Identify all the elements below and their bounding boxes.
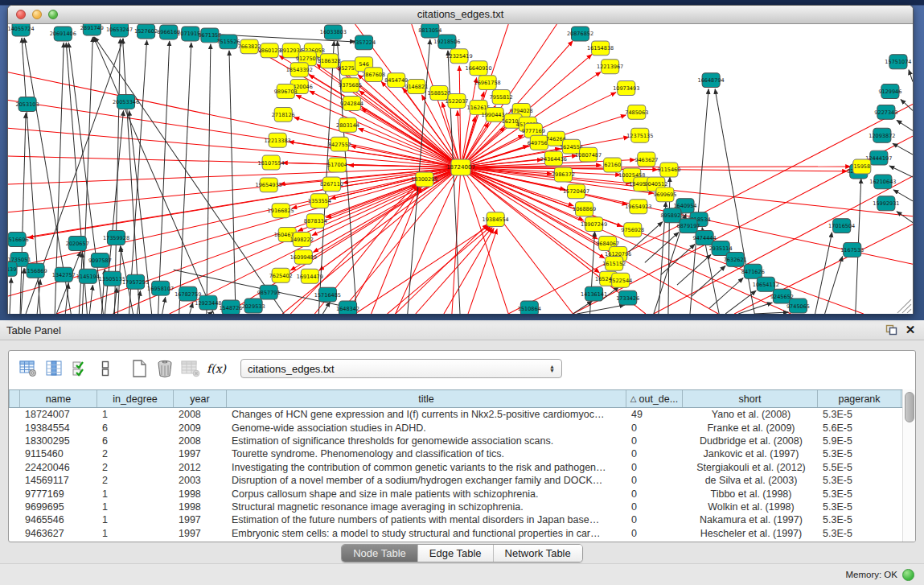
network-node-teal[interactable]: 9097587 — [88, 253, 112, 267]
network-node-teal[interactable]: 1733426 — [616, 290, 639, 305]
red-edge[interactable] — [28, 167, 461, 238]
column-header-name[interactable]: name — [20, 390, 97, 407]
network-node-teal[interactable]: 1156869 — [24, 263, 47, 278]
zoom-traffic-light-icon[interactable] — [48, 10, 58, 19]
table-row[interactable]: 1830029562008Estimation of significance … — [9, 435, 903, 447]
table-column-icon[interactable] — [44, 359, 64, 378]
network-node-teal[interactable]: 20691406 — [50, 27, 76, 41]
network-node-yellow[interactable]: 15720407 — [563, 184, 589, 199]
network-node-teal[interactable]: 7357224 — [352, 35, 376, 50]
network-node-teal[interactable]: 17359928 — [103, 231, 129, 245]
network-node-teal[interactable]: 9857791 — [257, 285, 281, 299]
network-node-yellow[interactable]: 12375135 — [626, 128, 653, 142]
network-node-yellow[interactable]: 8878334 — [304, 214, 327, 229]
red-edge[interactable] — [359, 129, 461, 167]
network-node-teal[interactable]: 7515526 — [216, 35, 240, 49]
network-node-teal[interactable]: 8813054 — [418, 24, 441, 38]
red-edge[interactable] — [396, 225, 487, 314]
network-node-teal[interactable]: 2020657 — [66, 237, 89, 251]
network-node-teal[interactable]: 1527602 — [134, 24, 158, 39]
network-node-yellow[interactable]: 19654935 — [256, 178, 282, 192]
network-node-yellow[interactable]: 9146821 — [405, 80, 428, 94]
network-node-yellow[interactable]: 12213967 — [597, 60, 623, 74]
network-node-yellow[interactable]: 517004 — [327, 158, 347, 172]
black-edge[interactable] — [909, 70, 913, 82]
network-node-teal[interactable]: 12093872 — [869, 128, 895, 142]
network-node-teal[interactable]: 2053103 — [16, 97, 39, 111]
network-node-yellow[interactable]: 15958 — [853, 159, 871, 174]
black-edge[interactable] — [677, 254, 711, 285]
network-node-yellow[interactable]: 2718126 — [272, 107, 295, 122]
tab-edge-table[interactable]: Edge Table — [418, 545, 494, 562]
network-node-yellow[interactable]: 1615152 — [602, 256, 626, 270]
network-node-yellow[interactable]: 9896703 — [274, 84, 298, 99]
table-settings-icon[interactable] — [18, 359, 38, 378]
merge-tables-icon[interactable] — [96, 359, 115, 378]
red-edge[interactable] — [444, 229, 494, 314]
black-edge[interactable] — [893, 190, 913, 201]
network-node-yellow[interactable]: 7955812 — [490, 90, 513, 105]
network-node-yellow[interactable]: 16099489 — [290, 249, 317, 264]
network-node-yellow[interactable]: 9463627 — [634, 152, 658, 167]
network-node-teal[interactable]: 1167533 — [840, 242, 864, 257]
column-header-title[interactable]: title — [227, 390, 626, 407]
network-node-teal[interactable]: 15716485 — [314, 287, 341, 302]
network-node-yellow[interactable]: 8267110 — [320, 177, 343, 192]
network-node-yellow[interactable]: 16640910 — [465, 61, 491, 76]
delete-column-trash-icon[interactable] — [155, 359, 175, 378]
network-node-yellow[interactable]: 7485063 — [625, 105, 648, 119]
network-node-teal[interactable]: 2891749 — [80, 24, 104, 35]
network-node-yellow[interactable]: 16961758 — [474, 76, 501, 90]
column-header-year[interactable]: year — [174, 390, 227, 407]
network-node-yellow[interactable]: 62160 — [604, 158, 622, 172]
network-node-teal[interactable]: 16782759 — [175, 286, 201, 301]
network-node-teal[interactable]: 16648794 — [698, 73, 725, 88]
red-edge[interactable] — [461, 167, 508, 314]
column-header-short[interactable]: short — [683, 390, 818, 407]
network-node-yellow[interactable]: 1068869 — [573, 202, 596, 216]
network-node-yellow[interactable]: 10973493 — [613, 81, 639, 96]
network-node-teal[interactable]: 16033803 — [320, 25, 347, 39]
network-node-teal[interactable]: 7632621 — [724, 252, 747, 266]
black-edge[interactable] — [190, 303, 193, 314]
black-edge[interactable] — [56, 251, 80, 314]
red-edge[interactable] — [461, 167, 573, 314]
network-node-teal[interactable]: 16958107 — [147, 281, 174, 295]
network-node-yellow[interactable]: 16914479 — [297, 269, 323, 283]
black-edge[interactable] — [889, 166, 913, 177]
table-row[interactable]: 911546021997Tourette syndrome. Phenomeno… — [9, 447, 903, 460]
network-node-teal[interactable]: 2516696 — [8, 233, 29, 247]
black-edge[interactable] — [661, 244, 695, 274]
network-node-yellow[interactable]: 2803144 — [336, 117, 359, 132]
red-edge[interactable] — [416, 228, 492, 314]
network-node-teal[interactable]: 1510864 — [518, 301, 541, 314]
network-node-yellow[interactable]: 9242844 — [340, 97, 363, 111]
close-traffic-light-icon[interactable] — [16, 10, 26, 19]
scrollbar-thumb[interactable] — [905, 392, 914, 422]
minimize-traffic-light-icon[interactable] — [32, 10, 42, 19]
black-edge[interactable] — [322, 302, 330, 314]
tab-node-table[interactable]: Node Table — [342, 545, 418, 562]
table-row[interactable]: 1456911722003Disruption of a novel membe… — [9, 474, 903, 487]
column-checklist-icon[interactable] — [70, 359, 89, 378]
black-edge[interactable] — [893, 143, 913, 154]
table-vertical-scrollbar[interactable] — [902, 389, 915, 542]
network-node-yellow[interactable]: 19654923 — [625, 200, 651, 214]
table-row[interactable]: 1872400712008Changes of HCN gene express… — [9, 408, 903, 421]
network-node-teal[interactable]: 9129946 — [878, 84, 901, 99]
black-edge[interactable] — [129, 40, 147, 314]
network-node-teal[interactable]: 1648342 — [336, 301, 359, 314]
network-node-yellow[interactable]: 18107554 — [258, 155, 285, 170]
black-edge[interactable] — [229, 51, 236, 314]
column-header-pagerank[interactable]: pagerank — [818, 390, 901, 407]
network-canvas[interactable]: 1405572420691406289174910653247152760269… — [8, 24, 913, 314]
network-node-teal[interactable]: 17016504 — [828, 219, 855, 233]
network-node-teal[interactable]: 12923448 — [195, 295, 221, 310]
network-node-yellow[interactable]: 9375685 — [339, 78, 362, 93]
network-node-yellow[interactable]: 9860123 — [258, 43, 281, 58]
network-node-yellow[interactable]: 9115460 — [657, 163, 680, 177]
network-node-yellow[interactable]: 9756928 — [621, 223, 644, 237]
table-row[interactable]: 2242004622012Investigating the contribut… — [9, 461, 903, 474]
network-node-yellow[interactable]: 1353554 — [308, 194, 331, 208]
black-edge[interactable] — [89, 285, 92, 314]
